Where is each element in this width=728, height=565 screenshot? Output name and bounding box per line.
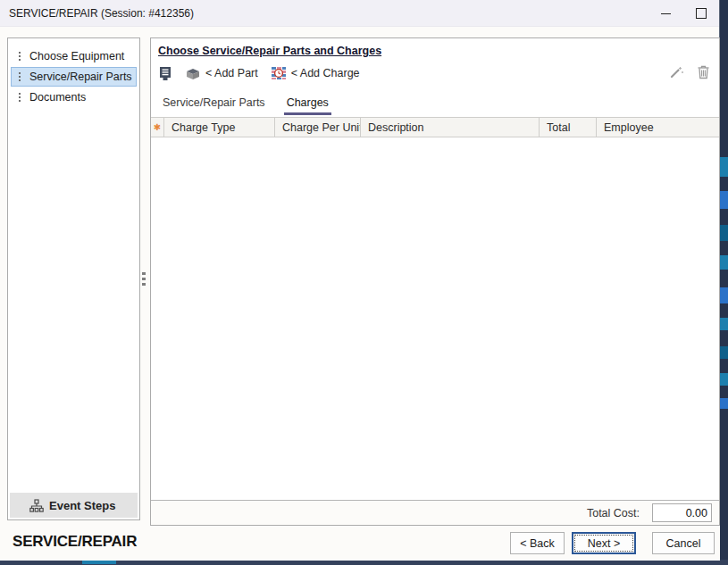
background-fleck xyxy=(720,287,728,303)
total-cost-input[interactable] xyxy=(652,503,712,522)
event-steps-button[interactable]: Event Steps xyxy=(10,493,138,518)
wand-icon xyxy=(669,64,684,79)
footer-buttons: < Back Next > Cancel xyxy=(510,532,715,554)
sidebar-item-choose-equipment[interactable]: Choose Equipment xyxy=(11,46,137,66)
background-fleck xyxy=(720,157,728,177)
package-icon xyxy=(185,67,201,80)
charges-table-body[interactable] xyxy=(151,137,719,500)
background-fleck xyxy=(720,373,728,386)
window-controls xyxy=(648,0,719,27)
background-fleck xyxy=(720,255,728,270)
drag-handle-icon xyxy=(19,52,21,61)
total-cost-row: Total Cost: xyxy=(151,500,719,525)
parts-list-button[interactable] xyxy=(158,66,172,81)
edit-wand-button[interactable] xyxy=(669,64,684,83)
window-title: SERVICE/REPAIR (Session: #412356) xyxy=(9,7,194,20)
screen: SERVICE/REPAIR (Session: #412356) Choose… xyxy=(0,0,728,565)
panel-splitter[interactable] xyxy=(142,272,146,286)
tab-strip: Service/Repair Parts Charges xyxy=(151,86,719,115)
background-fleck xyxy=(720,398,728,409)
cancel-button[interactable]: Cancel xyxy=(652,532,715,554)
add-part-label: < Add Part xyxy=(205,67,258,79)
toolbar: < Add Part < Add Charge xyxy=(151,61,719,86)
sidebar-item-documents[interactable]: Documents xyxy=(11,87,137,107)
add-charge-label: < Add Charge xyxy=(291,67,360,79)
footer: SERVICE/REPAIR < Back Next > Cancel xyxy=(0,526,720,561)
sidebar-item-label: Service/Repair Parts xyxy=(29,71,132,83)
sitemap-icon xyxy=(29,499,44,512)
tab-service-repair-parts[interactable]: Service/Repair Parts xyxy=(160,95,268,115)
panel-heading: Choose Service/Repair Parts and Charges xyxy=(151,38,719,61)
steps-sidebar: Choose Equipment Service/Repair Parts Do… xyxy=(7,37,140,520)
required-column-header: ✱ xyxy=(151,118,164,137)
sidebar-item-service-repair-parts[interactable]: Service/Repair Parts xyxy=(11,67,137,87)
background-fleck xyxy=(720,318,728,330)
background-fleck xyxy=(720,225,728,241)
total-cost-label: Total Cost: xyxy=(587,507,640,519)
add-charge-button[interactable]: < Add Charge xyxy=(271,66,360,80)
add-part-button[interactable]: < Add Part xyxy=(185,67,258,80)
maximize-icon xyxy=(696,8,707,19)
next-button[interactable]: Next > xyxy=(572,532,636,554)
background-fleck xyxy=(720,346,728,359)
service-repair-dialog: SERVICE/REPAIR (Session: #412356) Choose… xyxy=(0,0,720,561)
background-fleck xyxy=(720,191,728,209)
drag-handle-icon xyxy=(19,93,21,102)
toolbar-right xyxy=(669,61,710,86)
titlebar: SERVICE/REPAIR (Session: #412356) xyxy=(0,0,719,27)
back-button[interactable]: < Back xyxy=(510,532,565,554)
background-fleck xyxy=(82,561,116,564)
required-marker-icon: ✱ xyxy=(154,123,161,132)
tab-charges[interactable]: Charges xyxy=(284,95,331,115)
charge-grid-clock-icon xyxy=(271,66,287,80)
charges-table-header: ✱ Charge Type Charge Per Unit Descriptio… xyxy=(151,117,719,137)
maximize-button[interactable] xyxy=(683,0,719,27)
event-steps-label: Event Steps xyxy=(49,499,115,512)
steps-list: Choose Equipment Service/Repair Parts Do… xyxy=(8,38,139,107)
parts-receipt-icon xyxy=(158,66,172,81)
minimize-icon xyxy=(661,13,671,14)
wizard-title: SERVICE/REPAIR xyxy=(13,533,137,551)
main-panel: Choose Service/Repair Parts and Charges xyxy=(150,37,720,526)
delete-button[interactable] xyxy=(697,64,710,83)
column-header-total[interactable]: Total xyxy=(540,118,597,137)
sidebar-item-label: Choose Equipment xyxy=(29,50,124,62)
desktop-background-strip xyxy=(720,0,728,565)
column-header-charge-type[interactable]: Charge Type xyxy=(164,118,275,137)
trash-icon xyxy=(697,64,710,79)
column-header-charge-per-unit[interactable]: Charge Per Unit xyxy=(275,118,361,137)
minimize-button[interactable] xyxy=(648,0,683,27)
column-header-description[interactable]: Description xyxy=(361,118,540,137)
drag-handle-icon xyxy=(19,72,21,81)
column-header-employee[interactable]: Employee xyxy=(597,118,719,137)
sidebar-item-label: Documents xyxy=(29,91,86,104)
